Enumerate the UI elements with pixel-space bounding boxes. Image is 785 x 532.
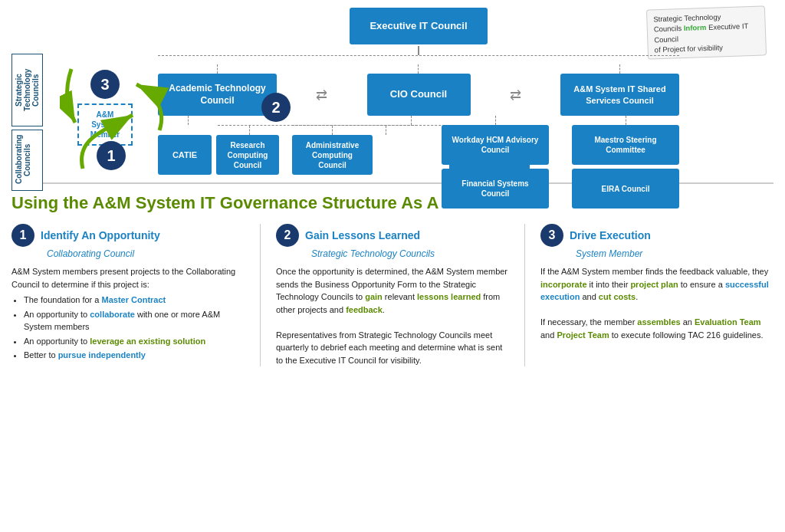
atc-box: Academic Technology Council: [158, 74, 277, 116]
badge2-area: 2: [261, 93, 291, 122]
badge-1: 1: [97, 141, 126, 170]
col-divider-2: [524, 224, 525, 366]
col2: 2 Gain Lessons Learned Strategic Technol…: [276, 224, 509, 366]
col1-badge: 1: [11, 224, 34, 247]
badge-3: 3: [90, 70, 120, 99]
col1-title: Identify An Opportunity: [41, 229, 160, 242]
col1-subtitle: Collaborating Council: [47, 248, 245, 259]
col3-p2: If necessary, the member assembles an Ev…: [540, 316, 774, 341]
col2-p1: Once the opportunity is determined, the …: [276, 265, 509, 316]
badge-2: 2: [261, 93, 291, 122]
col2-body: Once the opportunity is determined, the …: [276, 265, 509, 366]
acc-box: Administrative Computing Council: [292, 135, 373, 175]
col2-badge: 2: [276, 224, 299, 247]
col2-subtitle: Strategic Technology Councils: [311, 248, 509, 259]
ams-drops-top: [442, 116, 679, 125]
col1-body: A&M System members present projects to t…: [11, 265, 245, 362]
maestro-box: Maestro Steering Committee: [572, 125, 679, 165]
org-chart: Strategic Technology Councils Collaborat…: [11, 8, 774, 175]
ams-shared-box: A&M System IT Shared Services Council: [560, 74, 679, 116]
exec-it-council: Executive IT Council: [350, 8, 488, 44]
l3-drop-container: 1 2 CATIE Research Computing Council: [158, 116, 679, 175]
strategic-note-bold: Inform: [684, 23, 707, 32]
badge3-area: 3 A&M System Member: [77, 70, 133, 146]
col3-p1: If the A&M System member finds the feedb…: [540, 265, 774, 304]
cio-box: CIO Council: [367, 74, 471, 116]
main-container: Strategic Technology Councils Collaborat…: [0, 0, 785, 374]
ams-top-boxes: Workday HCM Advisory Council Maestro Ste…: [442, 125, 679, 165]
col3-header: 3 Drive Execution: [540, 224, 774, 247]
col3-title: Drive Execution: [570, 229, 651, 242]
ams-bottom-boxes: Financial Systems Council EIRA Council: [442, 169, 679, 209]
ams-member-box: A&M System Member: [77, 103, 133, 146]
col2-header: 2 Gain Lessons Learned: [276, 224, 509, 247]
columns-row: 1 Identify An Opportunity Collaborating …: [11, 224, 774, 366]
col1-li3: An opportunity to leverage an existing s…: [24, 335, 245, 348]
col1-li2: An opportunity to collaborate with one o…: [24, 308, 245, 333]
exec-row: Executive IT Council Strategic Technolog…: [64, 8, 774, 44]
side-label-strategic: Strategic Technology Councils: [11, 54, 43, 126]
col1: 1 Identify An Opportunity Collaborating …: [11, 224, 245, 366]
whcm-box: Workday HCM Advisory Council: [442, 125, 549, 165]
col1-list: The foundation for a Master Contract An …: [24, 294, 245, 362]
level3-area: 1 2 CATIE Research Computing Council: [158, 116, 679, 175]
col3: 3 Drive Execution System Member If the A…: [540, 224, 774, 366]
col2-title: Gain Lessons Learned: [305, 229, 420, 242]
rcc-box: Research Computing Council: [216, 135, 279, 175]
bottom-section: Using the A&M System IT Governance Struc…: [11, 182, 774, 366]
col1-li4: Better to pursue independently: [24, 349, 245, 362]
fsc-box: Financial Systems Council: [442, 169, 549, 209]
ams-sub-area: Workday HCM Advisory Council Maestro Ste…: [442, 116, 679, 209]
h-connector-l2: [64, 55, 774, 64]
col-divider-1: [260, 224, 261, 366]
col2-p2: Representatives from Strategic Technolog…: [276, 329, 509, 367]
exchange-icon-2: ⇄: [504, 88, 527, 102]
catie-box: CATIE: [158, 135, 212, 175]
exchange-icon-1: ⇄: [310, 88, 333, 102]
eira-box: EIRA Council: [572, 169, 679, 209]
badge1-area: 1: [97, 141, 126, 170]
col1-header: 1 Identify An Opportunity: [11, 224, 245, 247]
l2-drop-lines: [158, 64, 679, 74]
side-label-collaborating: Collaborating Councils: [11, 130, 43, 191]
level2-row: 3 A&M System Member Academic Technology …: [158, 74, 679, 116]
col1-li1: The foundation for a Master Contract: [24, 294, 245, 307]
col3-body: If the A&M System member finds the feedb…: [540, 265, 774, 341]
col3-subtitle: System Member: [576, 248, 774, 259]
org-wrapper: Executive IT Council Strategic Technolog…: [41, 8, 774, 175]
col3-badge: 3: [540, 224, 563, 247]
strategic-note: Strategic Technology Councils Inform Exe…: [646, 5, 767, 60]
